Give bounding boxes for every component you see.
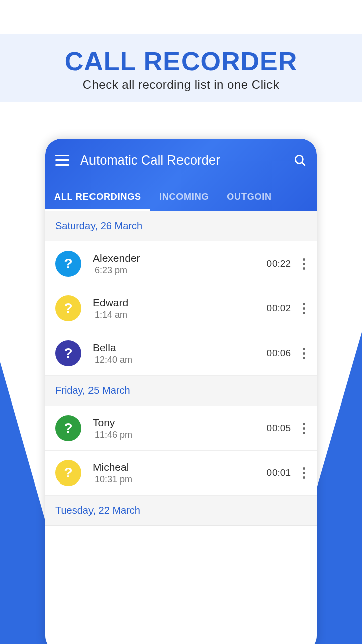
avatar: ? [55,251,81,277]
phone-frame: Automatic Call Recorder ALL RECORDINGSIN… [45,139,317,644]
svg-line-1 [302,162,305,166]
recording-row[interactable]: ?Micheal10:31 pm00:01 [45,451,317,496]
recording-info: Micheal10:31 pm [93,461,266,485]
call-time: 11:46 pm [95,430,266,440]
recording-row[interactable]: ?Edward1:14 am00:02 [45,286,317,331]
recording-info: Tony11:46 pm [93,417,266,440]
call-duration: 00:02 [266,303,291,314]
app-title: Automatic Call Recorder [80,153,220,168]
recording-info: Bella12:40 am [93,342,266,365]
more-options-icon[interactable] [298,348,310,359]
avatar: ? [55,295,81,321]
contact-name: Tony [93,417,266,429]
tab-all-recordings[interactable]: ALL RECORDINGS [45,192,150,211]
recording-info: Edward1:14 am [93,297,266,320]
banner-title: CALL RECORDER [0,46,362,76]
call-time: 12:40 am [95,355,266,365]
recording-row[interactable]: ?Tony11:46 pm00:05 [45,406,317,451]
call-duration: 00:01 [266,467,291,478]
recording-row[interactable]: ?Bella12:40 am00:06 [45,331,317,376]
call-duration: 00:06 [266,348,291,359]
section-header: Friday, 25 March [45,376,317,406]
avatar: ? [55,340,81,366]
contact-name: Bella [93,342,266,354]
call-time: 6:23 pm [95,265,266,276]
banner-subtitle: Check all recording list in one Click [0,77,362,92]
recordings-list[interactable]: Saturday, 26 March?Alexender6:23 pm00:22… [45,211,317,526]
more-options-icon[interactable] [298,423,310,434]
search-icon[interactable] [294,154,307,167]
section-header: Tuesday, 22 March [45,496,317,526]
more-options-icon[interactable] [298,467,310,479]
hamburger-menu-icon[interactable] [55,155,69,166]
section-header: Saturday, 26 March [45,211,317,242]
tab-outgoin[interactable]: OUTGOIN [218,192,281,211]
contact-name: Alexender [93,252,266,264]
contact-name: Edward [93,297,266,309]
svg-point-0 [295,155,303,163]
more-options-icon[interactable] [298,303,310,314]
avatar: ? [55,415,81,441]
call-time: 1:14 am [95,310,266,320]
call-duration: 00:22 [266,258,291,269]
more-options-icon[interactable] [298,258,310,270]
tabs-container: ALL RECORDINGSINCOMINGOUTGOIN [45,176,317,211]
call-time: 10:31 pm [95,474,266,485]
avatar: ? [55,460,81,486]
recording-row[interactable]: ?Alexender6:23 pm00:22 [45,242,317,286]
promo-banner: CALL RECORDER Check all recording list i… [0,34,362,102]
call-duration: 00:05 [266,423,291,434]
app-bar: Automatic Call Recorder ALL RECORDINGSIN… [45,139,317,211]
recording-info: Alexender6:23 pm [93,252,266,276]
tab-incoming[interactable]: INCOMING [150,192,218,211]
contact-name: Micheal [93,461,266,473]
